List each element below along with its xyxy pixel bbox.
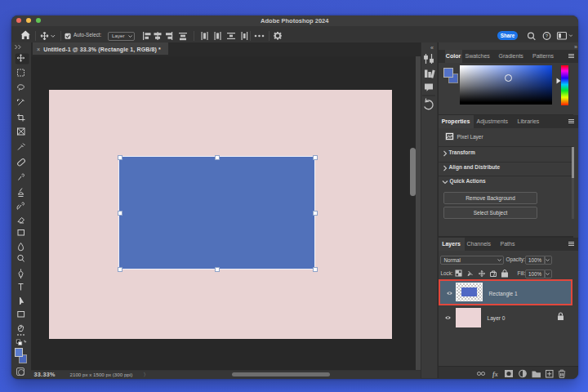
svg-text:fx: fx bbox=[492, 371, 498, 378]
svg-text:»: » bbox=[574, 44, 577, 50]
svg-text:«: « bbox=[430, 45, 434, 51]
svg-text:?: ? bbox=[546, 33, 549, 38]
